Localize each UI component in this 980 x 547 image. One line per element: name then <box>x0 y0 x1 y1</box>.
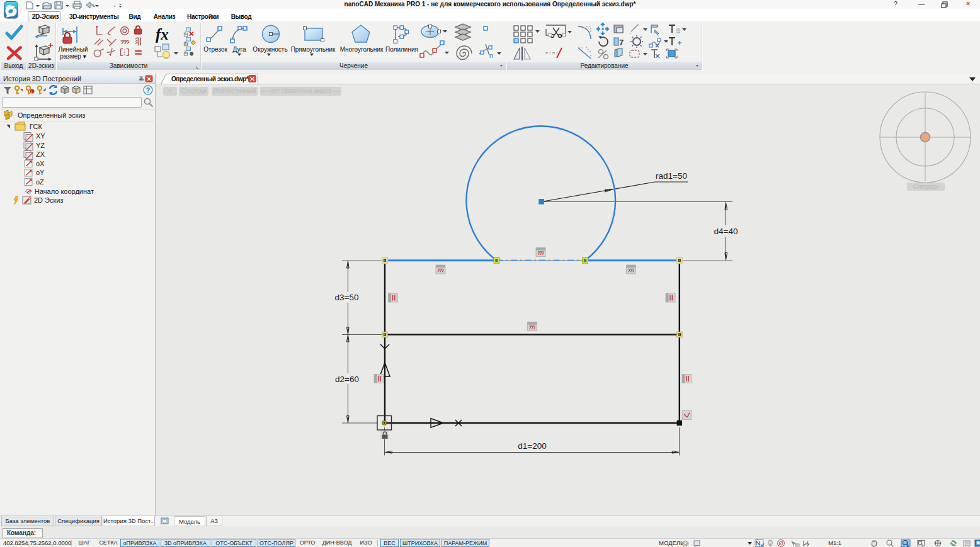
svg-text:d1=200: d1=200 <box>518 441 546 451</box>
svg-text:d2=60: d2=60 <box>335 375 359 384</box>
svg-text:d4=40: d4=40 <box>714 227 738 236</box>
svg-text:fx: fx <box>156 26 169 43</box>
svg-text:7: 7 <box>619 38 624 47</box>
svg-text:d3=50: d3=50 <box>335 293 359 302</box>
svg-text:?: ? <box>146 87 150 94</box>
svg-text:!: ! <box>31 90 32 94</box>
svg-text:rad1=50: rad1=50 <box>656 171 687 181</box>
svg-text:n: n <box>489 52 493 59</box>
svg-text:Спереди: Спереди <box>913 183 939 190</box>
